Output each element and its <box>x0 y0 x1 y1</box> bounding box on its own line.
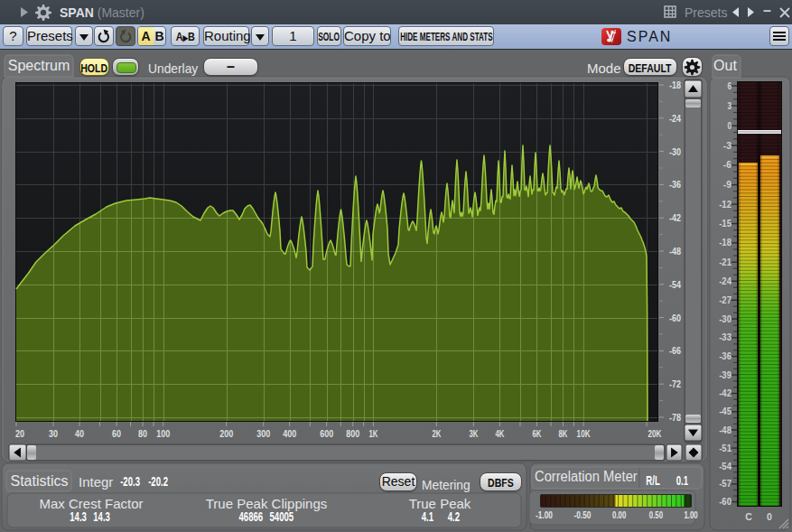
svg-text:-27: -27 <box>719 294 731 305</box>
svg-text:6K: 6K <box>532 428 541 439</box>
svg-text:800: 800 <box>346 428 359 439</box>
svg-text:C: C <box>745 511 752 522</box>
svg-text:-54: -54 <box>719 461 731 471</box>
svg-text:-33: -33 <box>719 331 731 342</box>
svg-text:-60: -60 <box>669 313 681 323</box>
svg-text:8K: 8K <box>559 428 568 439</box>
svg-text:3: 3 <box>727 100 731 111</box>
svg-text:60: 60 <box>112 428 121 439</box>
svg-text:-30: -30 <box>669 146 681 157</box>
svg-text:100: 100 <box>156 428 170 439</box>
svg-text:-18: -18 <box>719 237 731 247</box>
svg-text:-21: -21 <box>719 257 731 267</box>
svg-text:30: 30 <box>49 428 58 439</box>
svg-text:-3: -3 <box>723 140 731 151</box>
svg-text:300: 300 <box>256 428 270 439</box>
svg-text:-15: -15 <box>719 218 731 229</box>
svg-text:1.00: 1.00 <box>684 509 697 520</box>
svg-text:-36: -36 <box>669 179 681 190</box>
svg-text:-1.00: -1.00 <box>536 509 553 520</box>
svg-text:10K: 10K <box>577 428 591 439</box>
svg-text:-48: -48 <box>719 425 731 435</box>
svg-text:-51: -51 <box>719 443 731 453</box>
svg-text:20K: 20K <box>648 428 662 439</box>
svg-text:-36: -36 <box>719 350 731 361</box>
svg-text:-72: -72 <box>669 378 681 389</box>
svg-text:-6: -6 <box>723 159 731 170</box>
svg-text:-54: -54 <box>669 279 682 290</box>
svg-text:-42: -42 <box>669 212 681 223</box>
svg-text:-48: -48 <box>669 246 681 257</box>
svg-text:80: 80 <box>138 428 147 439</box>
svg-text:3K: 3K <box>469 428 478 439</box>
svg-text:2K: 2K <box>432 428 441 439</box>
svg-text:-78: -78 <box>669 412 681 423</box>
svg-text:-66: -66 <box>669 345 681 356</box>
svg-text:0: 0 <box>727 120 731 131</box>
svg-text:-0.50: -0.50 <box>574 509 592 520</box>
svg-text:-9: -9 <box>723 179 731 190</box>
svg-text:-12: -12 <box>719 199 731 210</box>
svg-text:-24: -24 <box>719 275 731 286</box>
svg-text:0.50: 0.50 <box>649 509 663 520</box>
svg-text:4K: 4K <box>495 428 504 439</box>
svg-text:0: 0 <box>767 511 772 522</box>
svg-text:-42: -42 <box>719 387 731 398</box>
svg-text:200: 200 <box>219 428 233 439</box>
svg-text:-30: -30 <box>719 313 731 324</box>
svg-text:600: 600 <box>320 428 333 439</box>
svg-text:-39: -39 <box>719 369 731 380</box>
svg-text:-57: -57 <box>719 478 731 489</box>
svg-text:-60: -60 <box>719 496 731 507</box>
svg-text:6: 6 <box>727 80 731 91</box>
svg-text:-18: -18 <box>669 79 681 90</box>
svg-text:-45: -45 <box>719 406 731 416</box>
svg-text:400: 400 <box>283 428 296 439</box>
svg-text:0.00: 0.00 <box>612 509 626 520</box>
svg-text:1K: 1K <box>368 428 377 439</box>
svg-text:20: 20 <box>15 428 24 439</box>
svg-text:40: 40 <box>75 428 84 439</box>
svg-text:-24: -24 <box>669 113 682 124</box>
